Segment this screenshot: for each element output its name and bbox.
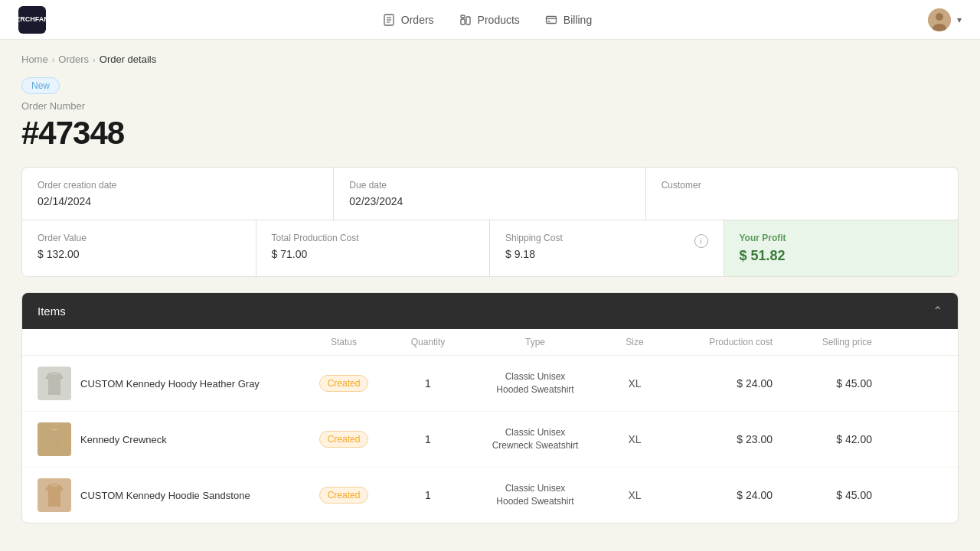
avatar: [928, 8, 951, 31]
table-row: CUSTOM Kennedy Hoodie Sandstone Created …: [22, 468, 958, 523]
product-cell-0: CUSTOM Kennedy Hoody Heather Gray: [38, 367, 298, 400]
items-toggle-button[interactable]: ⌃: [933, 304, 942, 318]
svg-rect-5: [466, 17, 470, 24]
order-number-label: Order Number: [21, 100, 959, 112]
product-quantity-0: 1: [390, 377, 466, 390]
products-label: Products: [478, 14, 520, 26]
due-date-label: Due date: [349, 180, 629, 191]
status-badge-1: Created: [319, 431, 369, 448]
shipping-cost-text: Shipping Cost $ 9.18: [505, 233, 563, 260]
profit-value: $ 51.82: [740, 248, 943, 264]
product-cost-0: $ 24.00: [665, 377, 773, 390]
info-cards-bottom-row: Order Value $ 132.00 Total Production Co…: [22, 220, 958, 276]
product-price-2: $ 45.00: [773, 489, 872, 501]
nav-products[interactable]: Products: [459, 13, 520, 27]
product-status-0: Created: [298, 375, 390, 392]
product-size-2: XL: [604, 489, 665, 501]
product-cost-2: $ 24.00: [665, 489, 773, 501]
orders-label: Orders: [401, 14, 434, 26]
product-thumbnail-0: [38, 367, 71, 400]
status-badge-0: Created: [319, 375, 369, 392]
creation-date-value: 02/14/2024: [38, 195, 318, 207]
product-name-0: CUSTOM Kennedy Hoody Heather Gray: [80, 378, 260, 390]
col-header-product: [38, 337, 298, 347]
product-thumbnail-2: [38, 478, 71, 512]
svg-rect-6: [461, 15, 465, 18]
breadcrumb-orders[interactable]: Orders: [58, 54, 89, 65]
breadcrumb-current: Order details: [100, 54, 156, 65]
profit-label: Your Profit: [740, 233, 943, 243]
breadcrumb-home[interactable]: Home: [21, 54, 48, 65]
col-header-status: Status: [298, 337, 390, 347]
nav-orders[interactable]: Orders: [382, 13, 434, 27]
billing-label: Billing: [564, 14, 592, 26]
items-header: Items ⌃: [22, 293, 958, 329]
billing-icon: [544, 13, 558, 27]
product-name-1: Kennedy Crewneck: [80, 434, 167, 445]
product-thumbnail-1: [38, 422, 71, 456]
items-section: Items ⌃ Status Quantity Type Size Produc…: [21, 292, 959, 523]
table-row: Kennedy Crewneck Created 1 Classic Unise…: [22, 412, 958, 468]
user-menu-chevron[interactable]: ▾: [957, 15, 962, 25]
shipping-info-icon[interactable]: i: [694, 234, 708, 248]
col-header-type: Type: [466, 337, 604, 347]
info-cards-top-row: Order creation date 02/14/2024 Due date …: [22, 168, 958, 220]
product-price-0: $ 45.00: [773, 377, 872, 390]
production-cost-value: $ 71.00: [272, 248, 475, 260]
shipping-cost-label: Shipping Cost: [505, 233, 563, 243]
product-status-2: Created: [298, 487, 390, 504]
table-body: CUSTOM Kennedy Hoody Heather Gray Create…: [22, 356, 958, 523]
items-title: Items: [38, 305, 66, 318]
status-badge-2: Created: [319, 487, 369, 504]
col-header-quantity: Quantity: [390, 337, 466, 347]
order-status-badge: New: [21, 77, 60, 94]
product-size-1: XL: [604, 433, 665, 445]
breadcrumb: Home › Orders › Order details: [0, 40, 980, 70]
product-name-2: CUSTOM Kennedy Hoodie Sandstone: [80, 490, 250, 501]
product-status-1: Created: [298, 431, 390, 448]
order-value-card: Order Value $ 132.00: [22, 220, 256, 276]
header-user[interactable]: ▾: [928, 8, 962, 31]
due-date-card: Due date 02/23/2024: [334, 168, 645, 220]
col-header-selling-price: Selling price: [773, 337, 872, 347]
svg-rect-7: [546, 16, 556, 23]
header: MERCHFARM Orders Prod: [0, 0, 980, 40]
order-value-label: Order Value: [38, 233, 240, 243]
product-quantity-1: 1: [390, 433, 466, 445]
svg-point-11: [936, 13, 943, 21]
production-cost-card: Total Production Cost $ 71.00: [256, 220, 491, 276]
main-content: New Order Number #47348 Order creation d…: [0, 70, 980, 545]
product-quantity-2: 1: [390, 489, 466, 501]
table-row: CUSTOM Kennedy Hoody Heather Gray Create…: [22, 356, 958, 412]
order-value-value: $ 132.00: [38, 248, 240, 260]
profit-card: Your Profit $ 51.82: [724, 220, 959, 276]
customer-card: Customer: [646, 168, 958, 220]
customer-label: Customer: [662, 180, 942, 191]
product-type-0: Classic UnisexHooded Sweatshirt: [466, 370, 604, 396]
production-cost-label: Total Production Cost: [272, 233, 475, 243]
order-creation-date-card: Order creation date 02/14/2024: [22, 168, 334, 220]
info-cards-container: Order creation date 02/14/2024 Due date …: [21, 167, 959, 277]
logo-box: MERCHFARM: [18, 6, 46, 34]
due-date-value: 02/23/2024: [349, 195, 629, 207]
shipping-cost-inner: Shipping Cost $ 9.18 i: [505, 233, 708, 260]
product-cost-1: $ 23.00: [665, 433, 773, 445]
product-cell-2: CUSTOM Kennedy Hoodie Sandstone: [38, 478, 298, 512]
order-number: #47348: [21, 115, 959, 152]
product-type-1: Classic UnisexCrewneck Sweatshirt: [466, 426, 604, 452]
col-header-production-cost: Production cost: [665, 337, 773, 347]
svg-rect-9: [547, 21, 550, 22]
nav-billing[interactable]: Billing: [544, 13, 592, 27]
shipping-cost-card: Shipping Cost $ 9.18 i: [490, 220, 724, 276]
product-cell-1: Kennedy Crewneck: [38, 422, 298, 456]
product-size-0: XL: [604, 377, 665, 390]
shipping-cost-value: $ 9.18: [505, 248, 563, 260]
col-header-size: Size: [604, 337, 665, 347]
table-header: Status Quantity Type Size Production cos…: [22, 329, 958, 356]
logo[interactable]: MERCHFARM: [18, 6, 46, 34]
svg-rect-4: [461, 19, 465, 24]
main-nav: Orders Products Billing: [382, 13, 592, 27]
breadcrumb-sep-2: ›: [93, 55, 96, 64]
orders-icon: [382, 13, 396, 27]
products-icon: [459, 13, 472, 27]
